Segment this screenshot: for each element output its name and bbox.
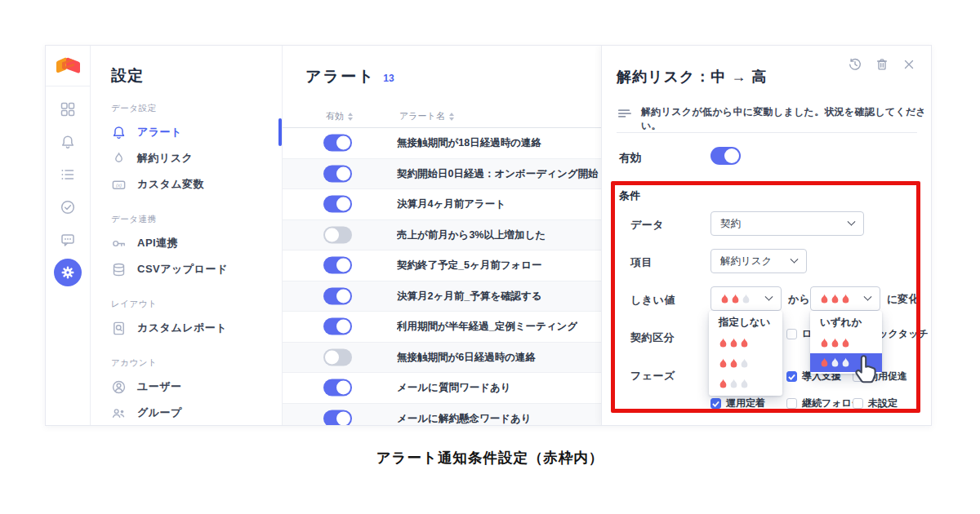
icon-rail bbox=[46, 46, 91, 425]
sidebar-item-カスタム変数[interactable]: (x)カスタム変数 bbox=[111, 171, 282, 197]
group-icon bbox=[111, 405, 127, 421]
menu-item-指定しない[interactable]: 指定しない bbox=[709, 312, 782, 333]
phase-row-label: フェーズ bbox=[630, 369, 675, 383]
alert-toggle[interactable] bbox=[323, 226, 352, 243]
alert-toggle[interactable] bbox=[323, 135, 352, 152]
phase-option-継続フォロー[interactable]: 継続フォロー bbox=[786, 397, 862, 410]
alert-toggle[interactable] bbox=[323, 257, 352, 274]
panel-description: 解約リスクが低から中に変動しました。状況を確認してください。 bbox=[617, 105, 931, 133]
alert-rows: 無接触期間が18日経過時の連絡契約開始日0日経過：オンボーディング開始決算月4ヶ… bbox=[283, 128, 601, 425]
menu-item-flames-3[interactable] bbox=[709, 333, 782, 353]
menu-item-flames-1[interactable] bbox=[810, 353, 882, 372]
alert-row[interactable]: 決算月4ヶ月前アラート bbox=[283, 189, 601, 220]
alert-row[interactable]: メールに解約懸念ワードあり bbox=[283, 404, 601, 426]
condition-heading: 条件 bbox=[619, 188, 640, 203]
menu-item-いずれか[interactable]: いずれか bbox=[810, 312, 882, 333]
contract-row-label: 契約区分 bbox=[630, 330, 675, 345]
alert-toggle[interactable] bbox=[323, 348, 352, 366]
bell-icon bbox=[111, 125, 127, 140]
threshold-from-select[interactable] bbox=[710, 286, 782, 311]
alert-name: メールに質問ワードあり bbox=[397, 381, 511, 395]
sidebar-item-API連携[interactable]: API連携 bbox=[111, 230, 282, 256]
column-header-name[interactable]: アラート名 bbox=[399, 110, 454, 122]
data-row-label: データ bbox=[630, 218, 664, 233]
enabled-label: 有効 bbox=[619, 151, 641, 166]
rail-item-list[interactable] bbox=[46, 158, 90, 191]
alert-toggle[interactable] bbox=[323, 318, 352, 335]
data-select[interactable]: 契約 bbox=[710, 211, 864, 236]
sidebar-item-カスタムレポート[interactable]: カスタムレポート bbox=[111, 315, 282, 341]
settings-nav: 設定 データ設定アラート解約リスク(x)カスタム変数データ連携API連携CSVア… bbox=[91, 46, 283, 425]
caption: アラート通知条件設定（赤枠内） bbox=[0, 448, 980, 467]
alert-toggle[interactable] bbox=[323, 379, 352, 397]
alert-table-header: 有効 アラート名 bbox=[283, 110, 601, 127]
threshold-from-dropdown: 指定しない bbox=[709, 311, 782, 396]
rail-item-tasks[interactable] bbox=[46, 191, 90, 224]
dashboard-icon bbox=[60, 101, 76, 117]
item-row-label: 項目 bbox=[630, 255, 653, 270]
checkbox[interactable] bbox=[853, 398, 863, 409]
checkbox[interactable] bbox=[786, 398, 797, 409]
alert-row[interactable]: メールに質問ワードあり bbox=[283, 373, 601, 404]
menu-item-flames-3[interactable] bbox=[810, 333, 882, 353]
rail-item-notifications[interactable] bbox=[46, 126, 90, 158]
alert-row[interactable]: 無接触期間が6日経過時の連絡 bbox=[283, 343, 601, 374]
rail-item-dashboard[interactable] bbox=[46, 93, 90, 126]
app-logo[interactable] bbox=[46, 46, 90, 86]
rail-item-settings[interactable] bbox=[46, 256, 90, 289]
svg-text:(x): (x) bbox=[116, 182, 122, 188]
report-icon bbox=[111, 321, 127, 336]
page: 設定 データ設定アラート解約リスク(x)カスタム変数データ連携API連携CSVア… bbox=[0, 0, 980, 514]
sidebar-item-解約リスク[interactable]: 解約リスク bbox=[111, 145, 282, 171]
alert-name: メールに解約懸念ワードあり bbox=[397, 411, 532, 425]
threshold-row-label: しきい値 bbox=[630, 293, 675, 308]
phase-option-運用定着[interactable]: 運用定着 bbox=[710, 397, 765, 410]
alert-toggle[interactable] bbox=[323, 165, 352, 182]
panel-actions bbox=[848, 57, 916, 72]
alert-name: 売上が前月から3%以上増加した bbox=[397, 228, 546, 241]
sidebar-item-アラート[interactable]: アラート bbox=[111, 119, 282, 145]
column-header-enabled[interactable]: 有効 bbox=[326, 110, 353, 122]
alert-row[interactable]: 無接触期間が18日経過時の連絡 bbox=[283, 128, 601, 159]
panel-description-text: 解約リスクが低から中に変動しました。状況を確認してください。 bbox=[641, 105, 931, 133]
close-icon[interactable] bbox=[902, 57, 916, 72]
phase-option-未設定[interactable]: 未設定 bbox=[853, 397, 898, 410]
list-icon bbox=[60, 166, 76, 183]
variable-icon: (x) bbox=[111, 177, 127, 193]
delete-icon[interactable] bbox=[875, 57, 889, 72]
nav-section-label: データ連携 bbox=[111, 214, 282, 225]
alert-row[interactable]: 決算月2ヶ月前_予算を確認する bbox=[283, 281, 601, 312]
to-word: に変化 bbox=[887, 292, 919, 307]
chevron-down-icon bbox=[765, 292, 773, 300]
sidebar-item-ユーザー[interactable]: ユーザー bbox=[111, 374, 282, 400]
item-select[interactable]: 解約リスク bbox=[710, 249, 807, 273]
alert-name: 契約開始日0日経過：オンボーディング開始 bbox=[397, 166, 599, 180]
threshold-to-select[interactable] bbox=[810, 286, 880, 311]
alert-toggle[interactable] bbox=[323, 410, 352, 425]
menu-item-flames-1[interactable] bbox=[709, 374, 782, 394]
chat-icon bbox=[60, 232, 76, 248]
alert-count-badge: 13 bbox=[383, 73, 394, 84]
alert-toggle[interactable] bbox=[323, 287, 352, 304]
panel-title: 解約リスク：中 → 高 bbox=[617, 67, 767, 86]
nav-section-label: アカウント bbox=[111, 357, 282, 369]
sidebar-item-グループ[interactable]: グループ bbox=[111, 400, 282, 426]
flame-icon bbox=[111, 151, 127, 166]
alert-toggle[interactable] bbox=[323, 196, 352, 213]
enabled-toggle[interactable] bbox=[710, 147, 741, 165]
checkbox[interactable] bbox=[786, 329, 797, 339]
rail-item-chat[interactable] bbox=[46, 224, 90, 256]
from-word: から bbox=[788, 292, 810, 307]
alert-row[interactable]: 売上が前月から3%以上増加した bbox=[283, 220, 601, 251]
alert-name: 利用期間が半年経過_定例ミーティング bbox=[397, 320, 577, 334]
alert-name: 無接触期間が18日経過時の連絡 bbox=[397, 136, 541, 150]
flame-level-icon bbox=[820, 294, 850, 304]
alert-row[interactable]: 契約開始日0日経過：オンボーディング開始 bbox=[283, 159, 601, 190]
alert-row[interactable]: 利用期間が半年経過_定例ミーティング bbox=[283, 312, 601, 343]
menu-item-flames-2[interactable] bbox=[709, 353, 782, 374]
checkbox[interactable] bbox=[786, 371, 797, 382]
history-icon[interactable] bbox=[848, 57, 862, 72]
sidebar-item-CSVアップロード[interactable]: CSVアップロード bbox=[111, 256, 282, 282]
alert-row[interactable]: 契約終了予定_5ヶ月前フォロー bbox=[283, 250, 601, 281]
checkbox[interactable] bbox=[710, 398, 721, 409]
